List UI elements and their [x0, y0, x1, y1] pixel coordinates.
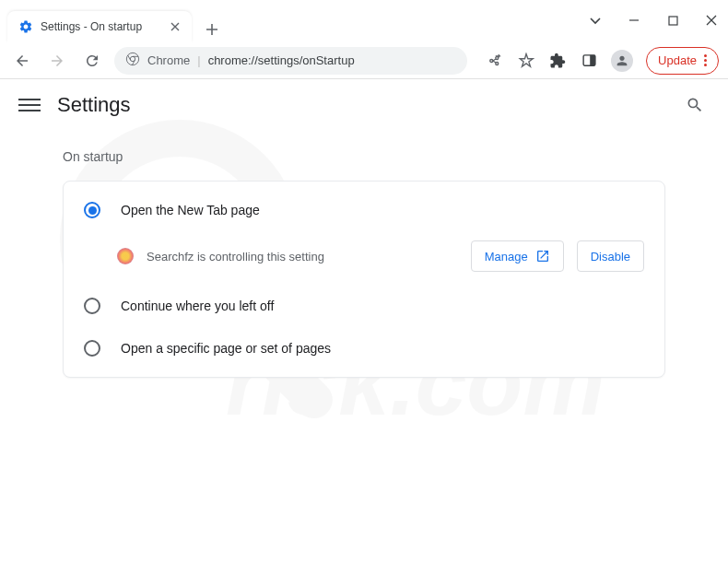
controlled-message: Searchfz is controlling this setting — [147, 250, 458, 264]
forward-button[interactable] — [44, 48, 70, 74]
svg-rect-8 — [590, 55, 595, 65]
reload-button[interactable] — [79, 48, 105, 74]
radio-button[interactable] — [84, 298, 100, 314]
page-title: Settings — [57, 93, 131, 117]
update-button[interactable]: Update — [646, 47, 719, 75]
disable-button[interactable]: Disable — [577, 240, 644, 272]
option-label: Open a specific page or set of pages — [121, 341, 331, 356]
option-label: Continue where you left off — [121, 299, 274, 313]
address-bar[interactable]: Chrome | chrome://settings/onStartup — [114, 47, 467, 75]
window-controls — [586, 11, 721, 29]
startup-options-card: Open the New Tab page Searchfz is contro… — [63, 181, 665, 378]
external-link-icon — [535, 249, 550, 264]
option-specific-pages[interactable]: Open a specific page or set of pages — [64, 327, 664, 369]
settings-content: On startup Open the New Tab page Searchf… — [0, 131, 728, 378]
option-label: Open the New Tab page — [121, 203, 260, 217]
omnibox-url: chrome://settings/onStartup — [208, 53, 355, 67]
disable-label: Disable — [591, 250, 630, 264]
search-icon[interactable] — [684, 94, 706, 116]
extensions-icon[interactable] — [548, 52, 567, 70]
chevron-down-icon[interactable] — [586, 11, 605, 29]
option-new-tab[interactable]: Open the New Tab page — [64, 189, 664, 231]
gear-icon — [18, 19, 33, 34]
toolbar-right-group: Update — [486, 47, 719, 75]
back-button[interactable] — [9, 48, 35, 74]
profile-avatar[interactable] — [611, 50, 633, 72]
browser-toolbar: Chrome | chrome://settings/onStartup Upd… — [0, 42, 728, 79]
close-window-button[interactable] — [702, 11, 721, 29]
extension-controlled-notice: Searchfz is controlling this setting Man… — [64, 231, 664, 285]
chrome-logo-icon — [125, 52, 140, 69]
manage-label: Manage — [485, 250, 528, 264]
star-icon[interactable] — [517, 52, 535, 70]
section-title: On startup — [63, 149, 728, 164]
maximize-button[interactable] — [663, 11, 682, 29]
browser-tab[interactable]: Settings - On startup — [7, 11, 192, 42]
omnibox-divider: | — [197, 53, 200, 67]
radio-button[interactable] — [84, 202, 100, 218]
hamburger-menu-icon[interactable] — [18, 94, 41, 116]
tab-title: Settings - On startup — [41, 20, 160, 33]
svg-rect-4 — [669, 17, 677, 25]
extension-icon — [117, 248, 134, 264]
window-titlebar: Settings - On startup — [0, 0, 728, 42]
radio-button[interactable] — [84, 340, 100, 357]
sidepanel-icon[interactable] — [580, 52, 598, 70]
option-continue[interactable]: Continue where you left off — [64, 285, 664, 327]
share-icon[interactable] — [486, 52, 504, 70]
menu-dots-icon — [704, 54, 707, 66]
manage-button[interactable]: Manage — [471, 240, 564, 272]
omnibox-scheme: Chrome — [147, 53, 190, 67]
settings-header: Settings — [0, 79, 728, 131]
close-tab-icon[interactable] — [168, 19, 182, 34]
update-label: Update — [658, 53, 697, 67]
new-tab-button[interactable] — [199, 17, 225, 42]
minimize-button[interactable] — [625, 11, 643, 29]
